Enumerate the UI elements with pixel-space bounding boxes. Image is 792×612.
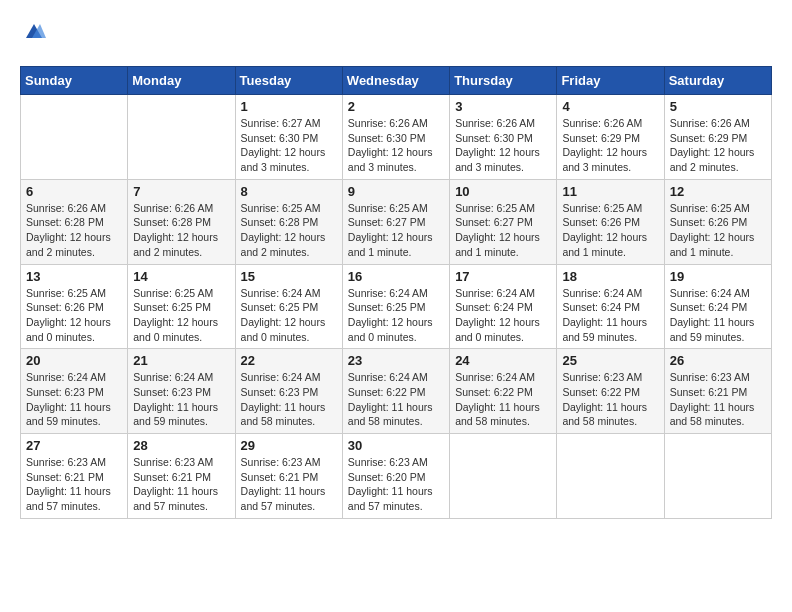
calendar-cell: 26Sunrise: 6:23 AM Sunset: 6:21 PM Dayli… (664, 349, 771, 434)
day-info: Sunrise: 6:24 AM Sunset: 6:24 PM Dayligh… (670, 286, 766, 345)
calendar-cell: 15Sunrise: 6:24 AM Sunset: 6:25 PM Dayli… (235, 264, 342, 349)
day-info: Sunrise: 6:23 AM Sunset: 6:21 PM Dayligh… (133, 455, 229, 514)
day-info: Sunrise: 6:26 AM Sunset: 6:30 PM Dayligh… (348, 116, 444, 175)
logo-icon (22, 20, 46, 44)
week-row-3: 13Sunrise: 6:25 AM Sunset: 6:26 PM Dayli… (21, 264, 772, 349)
day-number: 23 (348, 353, 444, 368)
day-number: 9 (348, 184, 444, 199)
day-info: Sunrise: 6:25 AM Sunset: 6:28 PM Dayligh… (241, 201, 337, 260)
calendar-cell (664, 434, 771, 519)
calendar-cell: 22Sunrise: 6:24 AM Sunset: 6:23 PM Dayli… (235, 349, 342, 434)
weekday-header-monday: Monday (128, 67, 235, 95)
day-info: Sunrise: 6:25 AM Sunset: 6:27 PM Dayligh… (348, 201, 444, 260)
weekday-header-tuesday: Tuesday (235, 67, 342, 95)
day-number: 24 (455, 353, 551, 368)
day-info: Sunrise: 6:24 AM Sunset: 6:24 PM Dayligh… (455, 286, 551, 345)
calendar-cell: 21Sunrise: 6:24 AM Sunset: 6:23 PM Dayli… (128, 349, 235, 434)
day-number: 5 (670, 99, 766, 114)
day-info: Sunrise: 6:23 AM Sunset: 6:20 PM Dayligh… (348, 455, 444, 514)
calendar-cell (128, 95, 235, 180)
day-number: 2 (348, 99, 444, 114)
day-number: 1 (241, 99, 337, 114)
calendar-cell: 29Sunrise: 6:23 AM Sunset: 6:21 PM Dayli… (235, 434, 342, 519)
week-row-4: 20Sunrise: 6:24 AM Sunset: 6:23 PM Dayli… (21, 349, 772, 434)
calendar-cell: 20Sunrise: 6:24 AM Sunset: 6:23 PM Dayli… (21, 349, 128, 434)
calendar-cell: 4Sunrise: 6:26 AM Sunset: 6:29 PM Daylig… (557, 95, 664, 180)
calendar-cell: 14Sunrise: 6:25 AM Sunset: 6:25 PM Dayli… (128, 264, 235, 349)
day-info: Sunrise: 6:23 AM Sunset: 6:21 PM Dayligh… (670, 370, 766, 429)
day-info: Sunrise: 6:24 AM Sunset: 6:24 PM Dayligh… (562, 286, 658, 345)
calendar-cell: 30Sunrise: 6:23 AM Sunset: 6:20 PM Dayli… (342, 434, 449, 519)
day-number: 10 (455, 184, 551, 199)
day-number: 3 (455, 99, 551, 114)
calendar-cell (450, 434, 557, 519)
day-info: Sunrise: 6:26 AM Sunset: 6:29 PM Dayligh… (670, 116, 766, 175)
day-number: 22 (241, 353, 337, 368)
day-info: Sunrise: 6:26 AM Sunset: 6:29 PM Dayligh… (562, 116, 658, 175)
day-info: Sunrise: 6:26 AM Sunset: 6:28 PM Dayligh… (133, 201, 229, 260)
day-info: Sunrise: 6:25 AM Sunset: 6:27 PM Dayligh… (455, 201, 551, 260)
calendar-cell: 13Sunrise: 6:25 AM Sunset: 6:26 PM Dayli… (21, 264, 128, 349)
logo-text (20, 20, 46, 50)
logo (20, 20, 46, 50)
calendar-cell: 17Sunrise: 6:24 AM Sunset: 6:24 PM Dayli… (450, 264, 557, 349)
calendar-cell: 23Sunrise: 6:24 AM Sunset: 6:22 PM Dayli… (342, 349, 449, 434)
calendar-cell: 10Sunrise: 6:25 AM Sunset: 6:27 PM Dayli… (450, 179, 557, 264)
day-info: Sunrise: 6:24 AM Sunset: 6:25 PM Dayligh… (348, 286, 444, 345)
day-info: Sunrise: 6:26 AM Sunset: 6:28 PM Dayligh… (26, 201, 122, 260)
weekday-header-saturday: Saturday (664, 67, 771, 95)
calendar-cell: 27Sunrise: 6:23 AM Sunset: 6:21 PM Dayli… (21, 434, 128, 519)
day-info: Sunrise: 6:26 AM Sunset: 6:30 PM Dayligh… (455, 116, 551, 175)
weekday-header-thursday: Thursday (450, 67, 557, 95)
day-number: 20 (26, 353, 122, 368)
day-number: 14 (133, 269, 229, 284)
calendar-table: SundayMondayTuesdayWednesdayThursdayFrid… (20, 66, 772, 519)
day-info: Sunrise: 6:23 AM Sunset: 6:21 PM Dayligh… (26, 455, 122, 514)
day-number: 29 (241, 438, 337, 453)
calendar-cell: 5Sunrise: 6:26 AM Sunset: 6:29 PM Daylig… (664, 95, 771, 180)
day-number: 19 (670, 269, 766, 284)
calendar-cell (21, 95, 128, 180)
weekday-header-friday: Friday (557, 67, 664, 95)
calendar-cell: 12Sunrise: 6:25 AM Sunset: 6:26 PM Dayli… (664, 179, 771, 264)
day-number: 7 (133, 184, 229, 199)
week-row-5: 27Sunrise: 6:23 AM Sunset: 6:21 PM Dayli… (21, 434, 772, 519)
day-number: 18 (562, 269, 658, 284)
day-info: Sunrise: 6:25 AM Sunset: 6:26 PM Dayligh… (26, 286, 122, 345)
week-row-2: 6Sunrise: 6:26 AM Sunset: 6:28 PM Daylig… (21, 179, 772, 264)
weekday-header-wednesday: Wednesday (342, 67, 449, 95)
day-number: 4 (562, 99, 658, 114)
calendar-cell: 24Sunrise: 6:24 AM Sunset: 6:22 PM Dayli… (450, 349, 557, 434)
day-info: Sunrise: 6:24 AM Sunset: 6:22 PM Dayligh… (455, 370, 551, 429)
calendar-cell: 7Sunrise: 6:26 AM Sunset: 6:28 PM Daylig… (128, 179, 235, 264)
day-info: Sunrise: 6:24 AM Sunset: 6:23 PM Dayligh… (133, 370, 229, 429)
day-info: Sunrise: 6:27 AM Sunset: 6:30 PM Dayligh… (241, 116, 337, 175)
day-number: 11 (562, 184, 658, 199)
calendar-cell: 6Sunrise: 6:26 AM Sunset: 6:28 PM Daylig… (21, 179, 128, 264)
day-info: Sunrise: 6:24 AM Sunset: 6:25 PM Dayligh… (241, 286, 337, 345)
day-info: Sunrise: 6:24 AM Sunset: 6:23 PM Dayligh… (241, 370, 337, 429)
day-number: 21 (133, 353, 229, 368)
calendar-cell: 16Sunrise: 6:24 AM Sunset: 6:25 PM Dayli… (342, 264, 449, 349)
calendar-cell: 1Sunrise: 6:27 AM Sunset: 6:30 PM Daylig… (235, 95, 342, 180)
day-number: 15 (241, 269, 337, 284)
day-number: 26 (670, 353, 766, 368)
day-info: Sunrise: 6:25 AM Sunset: 6:26 PM Dayligh… (670, 201, 766, 260)
day-number: 27 (26, 438, 122, 453)
day-info: Sunrise: 6:25 AM Sunset: 6:26 PM Dayligh… (562, 201, 658, 260)
calendar-cell: 19Sunrise: 6:24 AM Sunset: 6:24 PM Dayli… (664, 264, 771, 349)
calendar-cell: 8Sunrise: 6:25 AM Sunset: 6:28 PM Daylig… (235, 179, 342, 264)
calendar-cell: 28Sunrise: 6:23 AM Sunset: 6:21 PM Dayli… (128, 434, 235, 519)
week-row-1: 1Sunrise: 6:27 AM Sunset: 6:30 PM Daylig… (21, 95, 772, 180)
day-info: Sunrise: 6:25 AM Sunset: 6:25 PM Dayligh… (133, 286, 229, 345)
calendar-cell: 18Sunrise: 6:24 AM Sunset: 6:24 PM Dayli… (557, 264, 664, 349)
day-number: 25 (562, 353, 658, 368)
day-number: 8 (241, 184, 337, 199)
day-number: 17 (455, 269, 551, 284)
calendar-cell: 11Sunrise: 6:25 AM Sunset: 6:26 PM Dayli… (557, 179, 664, 264)
day-info: Sunrise: 6:23 AM Sunset: 6:21 PM Dayligh… (241, 455, 337, 514)
calendar-cell: 2Sunrise: 6:26 AM Sunset: 6:30 PM Daylig… (342, 95, 449, 180)
calendar-cell: 25Sunrise: 6:23 AM Sunset: 6:22 PM Dayli… (557, 349, 664, 434)
day-info: Sunrise: 6:24 AM Sunset: 6:22 PM Dayligh… (348, 370, 444, 429)
day-number: 6 (26, 184, 122, 199)
